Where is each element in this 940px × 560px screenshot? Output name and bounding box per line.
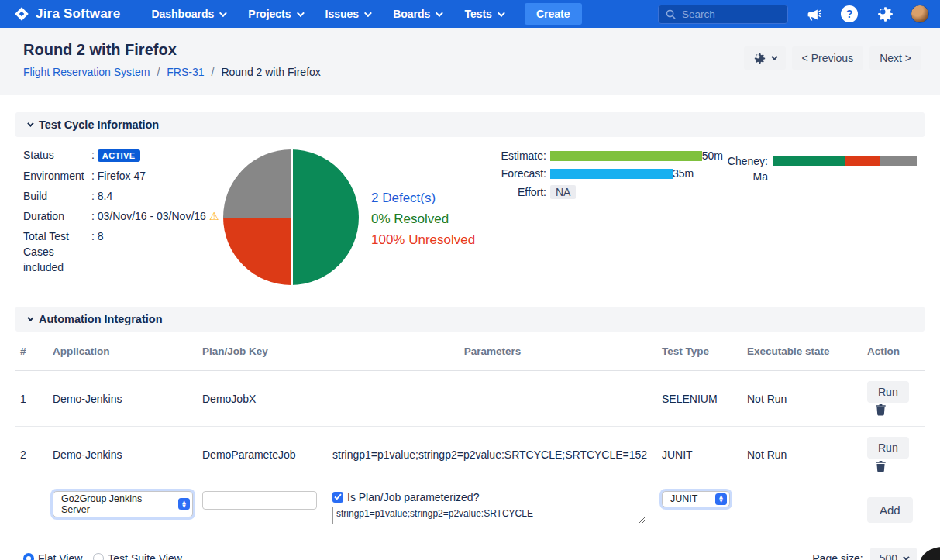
chevron-down-icon	[498, 9, 505, 17]
gear-icon	[754, 53, 766, 64]
add-automation-row: Go2Group Jenkins Server ▲▼ Is Plan/Job p…	[15, 483, 925, 538]
add-button[interactable]: Add	[867, 497, 913, 523]
table-row: 2 Demo-Jenkins DemoParameteJob stringp1=…	[15, 427, 925, 483]
field-environment: Environment Firefox 47	[23, 168, 223, 184]
parameters-textarea[interactable]: stringp1=p1value;stringp2=p2value:SRTCYC…	[332, 507, 646, 524]
radio-selected-icon	[23, 553, 34, 560]
search-input[interactable]	[682, 9, 775, 20]
chevron-down-icon	[297, 9, 305, 17]
defect-count: 2 Defect(s)	[371, 187, 480, 208]
delete-trash-icon[interactable]	[875, 404, 887, 416]
warning-icon: ⚠	[209, 210, 219, 222]
search-icon	[666, 9, 676, 19]
breadcrumb-project-link[interactable]: Flight Reservation System	[23, 66, 150, 78]
forecast-row: Forecast: 35m	[491, 167, 723, 180]
jira-logo[interactable]: Jira Software	[14, 6, 120, 22]
chevron-down-icon	[219, 9, 227, 17]
cycle-metrics: Estimate: 50m Forecast: 35m Effort: NA	[491, 149, 723, 285]
automation-table: # Application Plan/Job Key Parameters Te…	[15, 332, 925, 538]
run-button[interactable]: Run	[867, 437, 909, 459]
assignee-progress-bar	[773, 156, 917, 166]
defect-pie	[223, 149, 359, 285]
nav-dashboards[interactable]: Dashboards	[151, 8, 225, 20]
status-badge: ACTIVE	[98, 149, 140, 162]
create-button[interactable]: Create	[525, 3, 582, 25]
defect-resolved: 0% Resolved	[371, 208, 480, 229]
test-cycle-section-header[interactable]: Test Cycle Information	[15, 112, 925, 137]
nav-issues[interactable]: Issues	[325, 8, 370, 20]
field-duration: Duration 03/Nov/16 - 03/Nov/16⚠	[23, 208, 223, 224]
top-navbar: Jira Software Dashboards Projects Issues…	[0, 0, 940, 28]
test-type-select[interactable]: JUNIT ▲▼	[662, 491, 730, 507]
assignee-bar-segment	[845, 156, 880, 166]
breadcrumb: Flight Reservation System / FRS-31 / Rou…	[23, 66, 321, 78]
estimate-bar-fill	[550, 151, 702, 161]
effort-row: Effort: NA	[491, 185, 723, 199]
assignee-bar-segment	[773, 156, 845, 166]
previous-button[interactable]: < Previous	[792, 46, 864, 70]
settings-gear-icon[interactable]	[875, 4, 895, 24]
assignee-name: Cheney: Ma	[728, 153, 768, 285]
page-header: Round 2 with Firefox Flight Reservation …	[0, 28, 940, 95]
defect-summary: 2 Defect(s) 0% Resolved 100% Unresolved	[371, 187, 480, 285]
server-select[interactable]: Go2Group Jenkins Server ▲▼	[53, 491, 193, 517]
announcements-icon[interactable]	[804, 4, 824, 24]
chevron-down-icon	[903, 554, 909, 560]
page-title: Round 2 with Firefox	[23, 41, 321, 59]
assignee-bar-segment	[880, 156, 917, 166]
header-actions: < Previous Next >	[744, 46, 921, 70]
field-build: Build 8.4	[23, 188, 223, 204]
breadcrumb-issue-link[interactable]: FRS-31	[167, 66, 204, 78]
run-button[interactable]: Run	[867, 381, 909, 403]
estimate-row: Estimate: 50m	[491, 149, 723, 162]
chevron-down-icon	[436, 9, 443, 17]
cycle-settings-button[interactable]	[744, 46, 786, 70]
radio-unselected-icon	[93, 553, 104, 560]
view-options-row: Flat View Test Suite View Page size: 500	[15, 538, 925, 560]
nav-menu: Dashboards Projects Issues Boards Tests	[151, 8, 503, 20]
parameterized-checkbox[interactable]	[332, 492, 343, 503]
plan-key-input[interactable]	[202, 491, 317, 510]
forecast-bar-fill	[550, 169, 673, 179]
nav-tests[interactable]: Tests	[464, 8, 503, 20]
field-total-tests: Total Test Cases included 8	[23, 228, 223, 275]
table-row: 1 Demo-Jenkins DemoJobX SELENIUM Not Run…	[15, 371, 925, 427]
test-suite-view-radio[interactable]: Test Suite View	[93, 552, 181, 560]
cycle-fields: Status ACTIVE Environment Firefox 47 Bui…	[23, 147, 223, 285]
nav-projects[interactable]: Projects	[248, 8, 301, 20]
chevron-down-icon	[27, 120, 33, 126]
jira-page: Jira Software Dashboards Projects Issues…	[0, 0, 940, 560]
user-avatar[interactable]	[911, 5, 929, 23]
flat-view-radio[interactable]: Flat View	[23, 552, 82, 560]
nav-boards[interactable]: Boards	[393, 8, 441, 20]
brand-name: Jira Software	[36, 6, 120, 22]
automation-header-row: # Application Plan/Job Key Parameters Te…	[15, 332, 925, 371]
page-size-select[interactable]: 500	[870, 548, 917, 560]
page-size-label: Page size:	[812, 552, 863, 560]
test-cycle-content: Status ACTIVE Environment Firefox 47 Bui…	[15, 137, 925, 294]
global-search[interactable]	[658, 5, 788, 24]
delete-trash-icon[interactable]	[875, 460, 887, 472]
next-button[interactable]: Next >	[869, 46, 921, 70]
chevron-down-icon	[27, 314, 33, 321]
defect-unresolved: 100% Unresolved	[371, 229, 480, 250]
field-status: Status ACTIVE	[23, 147, 223, 163]
select-stepper-icon: ▲▼	[178, 498, 190, 510]
nav-right: ?	[658, 4, 929, 24]
help-icon[interactable]: ?	[839, 4, 859, 24]
automation-section-header[interactable]: Automation Integration	[15, 307, 925, 332]
parameterized-label: Is Plan/Job parameterized?	[347, 491, 479, 503]
breadcrumb-current: Round 2 with Firefox	[221, 66, 320, 78]
jira-diamond-icon	[14, 6, 29, 22]
select-stepper-icon: ▲▼	[715, 493, 727, 505]
chevron-down-icon	[364, 9, 372, 17]
assignee-progress: Cheney: Ma	[728, 153, 917, 285]
chevron-down-icon	[771, 53, 777, 60]
effort-value: NA	[550, 185, 576, 199]
